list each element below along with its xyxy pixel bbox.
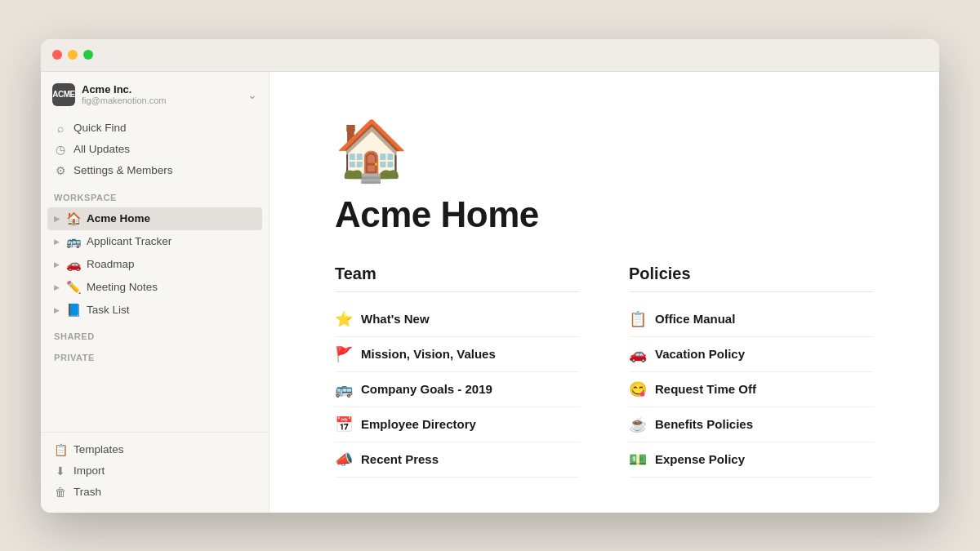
bottom-nav: 📋 Templates ⬇ Import 🗑 Trash	[41, 432, 269, 513]
policies-item-label-vacation: Vacation Policy	[655, 347, 745, 361]
page-title: Acme Home	[335, 194, 874, 235]
team-item-employee-directory[interactable]: 📅 Employee Directory	[335, 407, 580, 442]
close-button[interactable]	[52, 50, 62, 60]
team-item-label-employee-directory: Employee Directory	[361, 417, 476, 431]
sidebar-nav: ⌕ Quick Find ◷ All Updates ⚙ Settings & …	[41, 114, 269, 184]
import-icon: ⬇	[54, 464, 67, 478]
nav-item-templates[interactable]: 📋 Templates	[47, 439, 262, 460]
satisfied-icon: 😋	[629, 380, 647, 398]
flag-icon: 🚩	[335, 345, 353, 363]
app-body: ACME Acme Inc. fig@makenotion.com ⌄ ⌕ Qu…	[41, 72, 939, 513]
workspace-logo: ACME	[52, 83, 75, 106]
nav-label-trash: Trash	[74, 486, 101, 498]
nav-label-import: Import	[74, 464, 105, 477]
workspace-item-acme-home[interactable]: ▶ 🏠 Acme Home	[47, 207, 262, 230]
workspace-email: fig@makenotion.com	[82, 96, 167, 105]
nav-item-settings[interactable]: ⚙ Settings & Members	[47, 160, 262, 181]
team-title: Team	[335, 264, 580, 292]
workspace-header[interactable]: ACME Acme Inc. fig@makenotion.com ⌄	[41, 72, 269, 114]
nav-item-quick-find[interactable]: ⌕ Quick Find	[47, 118, 262, 139]
arrow-icon: ▶	[54, 260, 60, 269]
maximize-button[interactable]	[83, 50, 93, 60]
nav-label-all-updates: All Updates	[74, 143, 130, 155]
chevron-down-icon: ⌄	[247, 88, 257, 101]
workspace-item-roadmap[interactable]: ▶ 🚗 Roadmap	[47, 253, 262, 276]
item-emoji-task-list: 📘	[66, 303, 82, 318]
app-window: ACME Acme Inc. fig@makenotion.com ⌄ ⌕ Qu…	[41, 39, 939, 513]
policies-item-benefits[interactable]: ☕ Benefits Policies	[629, 407, 874, 442]
team-item-mission[interactable]: 🚩 Mission, Vision, Values	[335, 337, 580, 372]
nav-label-quick-find: Quick Find	[74, 122, 127, 134]
megaphone-icon: 📣	[335, 451, 353, 469]
sidebar: ACME Acme Inc. fig@makenotion.com ⌄ ⌕ Qu…	[41, 72, 270, 513]
team-item-recent-press[interactable]: 📣 Recent Press	[335, 442, 580, 478]
notepad-icon: 📋	[629, 310, 647, 328]
item-label-meeting-notes: Meeting Notes	[87, 281, 158, 293]
arrow-icon: ▶	[54, 283, 60, 291]
search-icon: ⌕	[54, 122, 67, 135]
nav-label-templates: Templates	[74, 443, 124, 455]
policies-item-expense[interactable]: 💵 Expense Policy	[629, 442, 874, 478]
minimize-button[interactable]	[68, 50, 78, 60]
item-label-roadmap: Roadmap	[87, 258, 135, 270]
policies-item-time-off[interactable]: 😋 Request Time Off	[629, 372, 874, 407]
policies-title: Policies	[629, 264, 874, 292]
gear-icon: ⚙	[54, 164, 67, 177]
section-label-workspace: WORKSPACE	[41, 184, 269, 206]
policies-item-label-expense: Expense Policy	[655, 452, 745, 466]
nav-item-all-updates[interactable]: ◷ All Updates	[47, 139, 262, 160]
arrow-icon: ▶	[54, 238, 60, 246]
templates-icon: 📋	[54, 443, 67, 456]
team-item-label-recent-press: Recent Press	[361, 452, 439, 466]
item-emoji-acme-home: 🏠	[66, 211, 82, 226]
calendar-icon: 📅	[335, 415, 353, 433]
titlebar	[41, 39, 939, 72]
policies-item-label-time-off: Request Time Off	[655, 382, 756, 396]
team-item-company-goals[interactable]: 🚌 Company Goals - 2019	[335, 372, 580, 407]
policies-column: Policies 📋 Office Manual 🚗 Vacation Poli…	[629, 264, 874, 478]
star-icon: ⭐	[335, 310, 353, 328]
team-column: Team ⭐ What's New 🚩 Mission, Vision, Val…	[335, 264, 580, 478]
workspace-name: Acme Inc.	[82, 83, 167, 96]
policies-item-label-benefits: Benefits Policies	[655, 417, 753, 431]
workspace-items: ▶ 🏠 Acme Home ▶ 🚌 Applicant Tracker ▶ 🚗 …	[41, 206, 269, 323]
nav-label-settings: Settings & Members	[74, 164, 173, 176]
coffee-icon: ☕	[629, 415, 647, 433]
team-item-label-whats-new: What's New	[361, 312, 430, 326]
item-emoji-meeting-notes: ✏️	[66, 280, 82, 295]
section-label-shared: SHARED	[41, 323, 269, 344]
main-content: 🏠 Acme Home Team ⭐ What's New 🚩 Mission,…	[270, 72, 939, 513]
item-label-applicant-tracker: Applicant Tracker	[87, 235, 172, 247]
car-icon: 🚗	[629, 345, 647, 363]
arrow-icon: ▶	[54, 215, 60, 223]
workspace-item-meeting-notes[interactable]: ▶ ✏️ Meeting Notes	[47, 276, 262, 299]
traffic-lights	[52, 50, 93, 60]
team-item-label-company-goals: Company Goals - 2019	[361, 382, 492, 396]
item-label-task-list: Task List	[87, 304, 130, 316]
policies-item-label-office-manual: Office Manual	[655, 312, 735, 326]
item-label-acme-home: Acme Home	[87, 212, 150, 224]
policies-item-vacation[interactable]: 🚗 Vacation Policy	[629, 337, 874, 372]
nav-item-import[interactable]: ⬇ Import	[47, 460, 262, 482]
workspace-identity: ACME Acme Inc. fig@makenotion.com	[52, 83, 167, 106]
nav-item-trash[interactable]: 🗑 Trash	[47, 482, 262, 503]
content-columns: Team ⭐ What's New 🚩 Mission, Vision, Val…	[335, 264, 874, 478]
money-icon: 💵	[629, 451, 647, 469]
item-emoji-applicant-tracker: 🚌	[66, 234, 82, 249]
trash-icon: 🗑	[54, 486, 67, 499]
page-icon: 🏠	[335, 121, 874, 180]
team-item-whats-new[interactable]: ⭐ What's New	[335, 302, 580, 337]
workspace-info: Acme Inc. fig@makenotion.com	[82, 83, 167, 105]
arrow-icon: ▶	[54, 306, 60, 314]
section-label-private: PRIVATE	[41, 344, 269, 366]
team-item-label-mission: Mission, Vision, Values	[361, 347, 496, 361]
bus-icon: 🚌	[335, 380, 353, 398]
clock-icon: ◷	[54, 143, 67, 156]
policies-item-office-manual[interactable]: 📋 Office Manual	[629, 302, 874, 337]
item-emoji-roadmap: 🚗	[66, 257, 82, 272]
workspace-item-applicant-tracker[interactable]: ▶ 🚌 Applicant Tracker	[47, 230, 262, 253]
workspace-item-task-list[interactable]: ▶ 📘 Task List	[47, 299, 262, 322]
